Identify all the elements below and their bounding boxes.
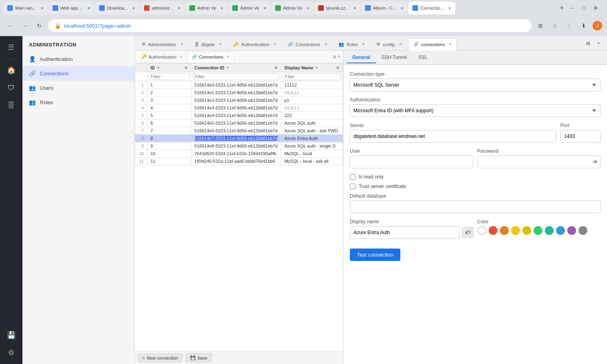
- filter-input-display_name[interactable]: [283, 73, 341, 80]
- sort-icon-id[interactable]: ▼: [156, 66, 160, 70]
- admin-menu-item-authentication[interactable]: 👤 Authentication: [22, 52, 134, 66]
- sidebar-settings-button[interactable]: ⚙: [3, 345, 19, 361]
- panel-tab-close-dbgate[interactable]: ✕: [219, 42, 222, 47]
- color-swatch-4[interactable]: [522, 226, 531, 235]
- browser-tab-tab9[interactable]: Album - C... ✕: [361, 2, 408, 14]
- sort-icon-connection_id[interactable]: ▼: [226, 66, 229, 70]
- download-icon[interactable]: ⬇: [578, 20, 589, 31]
- table-row[interactable]: 1 1 516614e0-5323-11ef-8d56-eb12bb81eb7d…: [135, 81, 343, 89]
- save-button[interactable]: 💾 Save: [186, 353, 212, 362]
- new-tab-button[interactable]: +: [556, 2, 567, 14]
- tab-add-button[interactable]: +: [594, 39, 603, 48]
- refresh-button[interactable]: ↻: [34, 20, 45, 31]
- panel-tab-authentication_tab[interactable]: 🔑 Authentication ✕: [228, 38, 282, 51]
- tab-close-icon[interactable]: ✕: [177, 6, 181, 10]
- default-database-input[interactable]: [350, 200, 601, 213]
- panel-icon[interactable]: ⊞✕: [333, 55, 341, 59]
- browser-tab-tab5[interactable]: Admin Ve ✕: [185, 2, 227, 14]
- table-row[interactable]: 7 7 516614e6-5323-11ef-8d56-eb12bb81eb7d…: [135, 127, 343, 135]
- color-swatch-9[interactable]: [579, 226, 587, 235]
- browser-tab-tab1[interactable]: Main win... ✕: [3, 2, 48, 14]
- color-swatch-6[interactable]: [545, 226, 554, 235]
- color-swatch-0[interactable]: [477, 226, 486, 235]
- panel-tab-close-config_tab[interactable]: ✕: [399, 42, 402, 47]
- col-header-id[interactable]: ID▼⊕: [147, 64, 191, 72]
- table-row[interactable]: 2 2 516614e1-5323-11ef-8d56-eb12bb81eb7d…: [135, 89, 343, 97]
- tab-close-icon[interactable]: ✕: [220, 6, 223, 10]
- browser-tab-tab10[interactable]: Connectio... ✕: [408, 2, 455, 14]
- tab-close-icon[interactable]: ✕: [448, 6, 451, 10]
- bookmark-icon[interactable]: ☆: [549, 20, 560, 31]
- address-bar[interactable]: 🔒 localhost:5001/?page=admin: [48, 19, 532, 32]
- tab-close-icon[interactable]: ✕: [41, 6, 44, 10]
- detail-tab-general[interactable]: General: [347, 52, 376, 63]
- admin-menu-item-users[interactable]: 👥 Users: [22, 81, 134, 95]
- browser-tab-tab3[interactable]: Downloa... ✕: [95, 2, 139, 14]
- browser-tab-tab2[interactable]: Web app ... ✕: [49, 2, 94, 14]
- panel-tab-dbgate[interactable]: 🗄 dbgate ✕: [189, 38, 227, 51]
- panel-tab-connections_tab[interactable]: 🔗 Connections ✕: [282, 38, 333, 51]
- admin-menu-item-roles[interactable]: 👥 Roles: [22, 95, 134, 109]
- password-toggle-icon[interactable]: 👁: [593, 159, 598, 165]
- tab-layout-button[interactable]: ⊞: [584, 39, 593, 48]
- minimize-button[interactable]: −: [568, 4, 576, 12]
- panel-tab-roles_tab[interactable]: 👥 Roles ✕: [333, 38, 370, 51]
- maximize-button[interactable]: □: [580, 4, 588, 12]
- new-connection-button[interactable]: + New connection: [138, 354, 183, 362]
- connection-type-select[interactable]: Microsoft SQL Server: [350, 79, 601, 91]
- test-connection-button[interactable]: Test connection: [350, 249, 400, 261]
- settings-icon[interactable]: ⋮: [564, 20, 575, 31]
- color-swatch-2[interactable]: [500, 226, 509, 235]
- color-swatch-3[interactable]: [511, 226, 520, 235]
- data-grid[interactable]: ID▼⊕Connection ID▼⊕Display Name▼⊕ 1 1 51…: [135, 63, 343, 351]
- filter-icon-connection_id[interactable]: ⊕: [274, 66, 278, 70]
- back-button[interactable]: ←: [5, 20, 16, 31]
- panel-tab-config_tab[interactable]: ⚙ config ✕: [371, 38, 407, 51]
- filter-input-connection_id[interactable]: [193, 73, 279, 80]
- table-sub-tab-close-authentication[interactable]: ✕: [179, 55, 183, 59]
- table-row[interactable]: 8 8 516614e7-5323-11ef-8d56-eb12bb81eb7d…: [135, 135, 343, 142]
- col-header-display_name[interactable]: Display Name▼⊕: [281, 64, 343, 72]
- tab-close-icon[interactable]: ✕: [87, 6, 90, 10]
- server-input[interactable]: [350, 130, 556, 143]
- sidebar-storage-button[interactable]: 💾: [3, 327, 19, 343]
- table-row[interactable]: 9 9 516614e8-5323-11ef-8d56-eb12bb81eb7d…: [135, 142, 343, 150]
- color-swatch-1[interactable]: [489, 226, 497, 235]
- detail-tab-ssh_tunnel[interactable]: SSH Tunnel: [376, 52, 413, 63]
- tab-close-icon[interactable]: ✕: [400, 6, 404, 10]
- table-row[interactable]: 4 4 516614e3-5323-11ef-8d56-eb12bb81eb7d…: [135, 104, 343, 112]
- panel-tab-close-roles_tab[interactable]: ✕: [362, 42, 365, 47]
- sidebar-shield-button[interactable]: 🛡: [3, 80, 19, 96]
- admin-menu-item-connections[interactable]: 🔗 Connections: [22, 66, 134, 81]
- read-only-checkbox[interactable]: [350, 174, 355, 180]
- table-row[interactable]: 6 6 516614e5-5323-11ef-8d56-eb12bb81eb7d…: [135, 119, 343, 127]
- panel-tab-close-administration[interactable]: ✕: [180, 42, 183, 47]
- trust-cert-checkbox[interactable]: [350, 184, 355, 189]
- color-swatch-5[interactable]: [534, 226, 542, 235]
- panel-tab-close-authentication_tab[interactable]: ✕: [273, 42, 276, 47]
- password-input[interactable]: [477, 156, 601, 168]
- table-sub-tab-close-connections[interactable]: ✕: [226, 55, 229, 59]
- sidebar-home-button[interactable]: 🏠: [3, 62, 19, 78]
- forward-button[interactable]: →: [19, 20, 30, 31]
- filter-icon-display_name[interactable]: ⊕: [336, 66, 339, 70]
- filter-icon-id[interactable]: ⊕: [185, 66, 188, 70]
- table-sub-tab-authentication[interactable]: 🔑 Authentication ✕: [137, 52, 187, 62]
- panel-tab-connections2_tab[interactable]: 🔗 connections ✕: [408, 38, 457, 51]
- table-row[interactable]: 3 3 516614e2-5323-11ef-8d56-eb12bb81eb7d…: [135, 97, 343, 104]
- browser-tab-tab6[interactable]: Admin Ve ✕: [228, 2, 270, 14]
- port-input[interactable]: [560, 130, 601, 143]
- table-row[interactable]: 10 10 7643d620-5324-11ef-b32e-1593d190a8…: [135, 150, 343, 158]
- tab-close-icon[interactable]: ✕: [353, 6, 356, 10]
- tab-close-icon[interactable]: ✕: [132, 6, 135, 10]
- profile-avatar[interactable]: J: [593, 21, 602, 30]
- display-name-input[interactable]: [350, 226, 460, 239]
- user-input[interactable]: [350, 156, 473, 168]
- table-row[interactable]: 5 5 516614e4-5323-11ef-8d56-eb12bb81eb7d…: [135, 112, 343, 119]
- filter-input-id[interactable]: [149, 73, 189, 80]
- extensions-icon[interactable]: ⊞: [535, 20, 546, 31]
- browser-tab-tab8[interactable]: slovnik.cz... ✕: [314, 2, 360, 14]
- sort-icon-display_name[interactable]: ▼: [315, 66, 319, 70]
- panel-tab-close-connections2_tab[interactable]: ✕: [449, 42, 452, 47]
- detail-tab-ssl[interactable]: SSL: [413, 52, 433, 63]
